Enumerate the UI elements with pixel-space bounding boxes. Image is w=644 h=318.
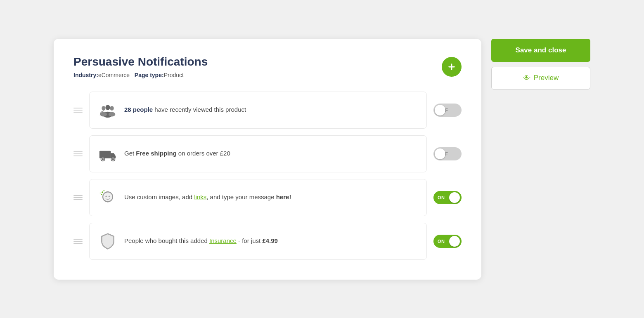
svg-point-15 <box>103 190 104 191</box>
toggle-knob-insurance <box>449 236 460 247</box>
page-title: Persuasive Notifications <box>73 55 208 68</box>
panel-meta: Industry:eCommerce Page type:Product <box>73 72 208 78</box>
svg-point-16 <box>101 194 102 195</box>
side-panel: Save and close 👁 Preview <box>491 39 590 90</box>
svg-point-4 <box>100 112 107 116</box>
toggle-insurance[interactable]: ON <box>433 235 462 248</box>
main-panel: Persuasive Notifications Industry:eComme… <box>54 39 481 280</box>
drag-handle-viewed[interactable] <box>73 106 83 114</box>
notification-card-shipping: Get Free shipping on orders over £20 <box>89 135 427 172</box>
eye-icon: 👁 <box>523 74 530 82</box>
toggle-knob-custom <box>449 192 460 203</box>
notification-card-viewed: 28 people have recently viewed this prod… <box>89 92 427 129</box>
svg-point-0 <box>106 105 110 110</box>
svg-rect-6 <box>99 151 111 158</box>
svg-point-17 <box>100 193 101 193</box>
svg-point-11 <box>103 192 113 202</box>
svg-point-2 <box>110 106 114 110</box>
drag-handle-custom[interactable] <box>73 193 83 202</box>
notification-card-insurance: People who bought this added Insurance -… <box>89 223 427 260</box>
toggle-custom[interactable]: ON <box>433 191 462 204</box>
drag-handle-insurance[interactable] <box>73 237 83 245</box>
toggle-knob-viewed <box>435 105 445 115</box>
custom-icon <box>98 188 118 207</box>
header-info: Persuasive Notifications Industry:eComme… <box>73 55 208 78</box>
panel-header: Persuasive Notifications Industry:eComme… <box>73 55 462 78</box>
notification-row-custom: Use custom images, add links, and type y… <box>73 179 462 216</box>
preview-button[interactable]: 👁 Preview <box>491 67 590 90</box>
people-icon <box>98 100 118 120</box>
notification-text-shipping: Get Free shipping on orders over £20 <box>124 149 418 158</box>
toggle-viewed[interactable]: OFF <box>433 104 462 117</box>
svg-point-1 <box>102 106 105 110</box>
notification-row-viewed: 28 people have recently viewed this prod… <box>73 92 462 129</box>
svg-point-13 <box>109 196 110 197</box>
svg-point-5 <box>109 112 116 116</box>
drag-handle-shipping[interactable] <box>73 150 83 158</box>
toggle-knob-shipping <box>435 148 445 159</box>
notification-row-insurance: People who bought this added Insurance -… <box>73 223 462 260</box>
svg-point-9 <box>102 158 104 160</box>
shield-icon <box>98 231 118 251</box>
save-and-close-button[interactable]: Save and close <box>491 39 590 62</box>
svg-point-10 <box>112 158 114 160</box>
truck-icon <box>98 144 118 164</box>
notification-text-custom: Use custom images, add links, and type y… <box>124 193 418 202</box>
add-notification-button[interactable] <box>442 57 462 77</box>
notification-text-insurance: People who bought this added Insurance -… <box>124 236 418 246</box>
notification-text-viewed: 28 people have recently viewed this prod… <box>124 105 418 115</box>
toggle-shipping[interactable]: OFF <box>433 147 462 160</box>
notification-card-custom: Use custom images, add links, and type y… <box>89 179 427 216</box>
svg-point-14 <box>102 191 103 193</box>
notifications-list: 28 people have recently viewed this prod… <box>73 92 462 260</box>
notification-row-shipping: Get Free shipping on orders over £20 OFF <box>73 135 462 172</box>
svg-point-12 <box>106 196 107 197</box>
